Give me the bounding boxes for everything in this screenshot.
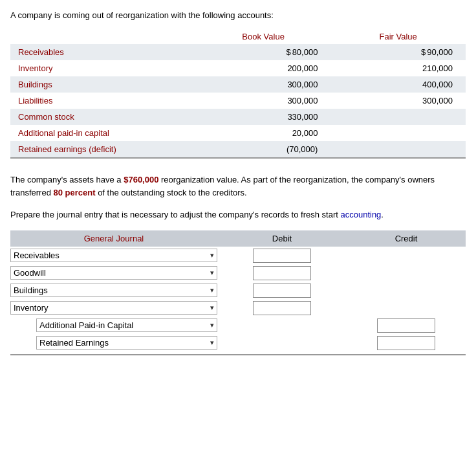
prepare-text: Prepare the journal entry that is necess… xyxy=(10,208,466,221)
chevron-down-icon: ▾ xyxy=(208,321,217,329)
accounts-cell-fair: 300,000 xyxy=(330,93,466,109)
accounts-cell-label: Retained earnings (deficit) xyxy=(10,141,196,158)
prepare-highlight: accounting xyxy=(340,210,381,219)
accounts-cell-label: Common stock xyxy=(10,109,196,125)
credit-input[interactable] xyxy=(377,336,435,350)
journal-header-debit: Debit xyxy=(217,230,347,247)
accounts-cell-label: Receivables xyxy=(10,44,196,60)
journal-row: ReceivablesGoodwillBuildingsInventoryAdd… xyxy=(10,247,466,264)
journal-account-cell: ReceivablesGoodwillBuildingsInventoryAdd… xyxy=(10,299,217,317)
accounts-cell-fair: 210,000 xyxy=(330,60,466,76)
accounts-row: Buildings300,000400,000 xyxy=(10,76,466,93)
account-select[interactable]: ReceivablesGoodwillBuildingsInventoryAdd… xyxy=(37,337,208,349)
accounts-header-fair: Fair Value xyxy=(330,29,466,44)
debit-input[interactable] xyxy=(253,266,311,280)
accounts-cell-fair xyxy=(330,141,466,158)
accounts-cell-fair xyxy=(330,109,466,125)
account-select-wrapper: ReceivablesGoodwillBuildingsInventoryAdd… xyxy=(36,318,217,332)
chevron-down-icon: ▾ xyxy=(208,286,217,295)
journal-debit-cell xyxy=(217,317,347,334)
chevron-down-icon: ▾ xyxy=(208,269,217,277)
account-select-wrapper: ReceivablesGoodwillBuildingsInventoryAdd… xyxy=(10,266,217,280)
prepare-before: Prepare the journal entry that is necess… xyxy=(10,210,338,219)
journal-credit-cell xyxy=(347,264,466,282)
debit-input[interactable] xyxy=(253,301,311,315)
journal-row: ReceivablesGoodwillBuildingsInventoryAdd… xyxy=(10,299,466,317)
account-select[interactable]: ReceivablesGoodwillBuildingsInventoryAdd… xyxy=(11,267,208,279)
account-select[interactable]: ReceivablesGoodwillBuildingsInventoryAdd… xyxy=(11,302,208,314)
intro-text: A company is coming out of reorganizatio… xyxy=(10,10,466,20)
accounts-row: Additional paid-in capital20,000 xyxy=(10,125,466,141)
account-select-wrapper: ReceivablesGoodwillBuildingsInventoryAdd… xyxy=(10,249,217,262)
debit-input[interactable] xyxy=(253,249,311,263)
journal-debit-cell xyxy=(217,334,347,351)
account-select-wrapper: ReceivablesGoodwillBuildingsInventoryAdd… xyxy=(10,301,217,315)
accounts-cell-book: (70,000) xyxy=(196,141,331,158)
journal-credit-cell xyxy=(347,317,466,334)
desc-after2: of the outstanding stock to the creditor… xyxy=(96,188,247,197)
desc-before: The company's assets have a xyxy=(10,175,124,184)
journal-debit-cell xyxy=(217,299,347,317)
accounts-row: Liabilities300,000300,000 xyxy=(10,93,466,109)
journal-account-cell: ReceivablesGoodwillBuildingsInventoryAdd… xyxy=(10,247,217,264)
journal-account-cell: ReceivablesGoodwillBuildingsInventoryAdd… xyxy=(10,317,217,334)
accounts-row: Receivables$80,000$90,000 xyxy=(10,44,466,60)
accounts-cell-label: Buildings xyxy=(10,76,196,93)
journal-row: ReceivablesGoodwillBuildingsInventoryAdd… xyxy=(10,264,466,282)
accounts-cell-book: 300,000 xyxy=(196,93,331,109)
account-select-wrapper: ReceivablesGoodwillBuildingsInventoryAdd… xyxy=(10,284,217,297)
accounts-cell-fair: $90,000 xyxy=(330,44,466,60)
account-select[interactable]: ReceivablesGoodwillBuildingsInventoryAdd… xyxy=(11,249,208,262)
accounts-cell-book: 20,000 xyxy=(196,125,331,141)
journal-debit-cell xyxy=(217,282,347,299)
journal-header-account: General Journal xyxy=(10,230,217,247)
chevron-down-icon: ▾ xyxy=(208,251,217,260)
journal-header-credit: Credit xyxy=(347,230,466,247)
prepare-after: . xyxy=(381,210,384,219)
account-select[interactable]: ReceivablesGoodwillBuildingsInventoryAdd… xyxy=(11,284,208,296)
accounts-cell-book: 330,000 xyxy=(196,109,331,125)
journal-credit-cell xyxy=(347,282,466,299)
journal-account-cell: ReceivablesGoodwillBuildingsInventoryAdd… xyxy=(10,334,217,351)
desc-highlight1: $760,000 xyxy=(124,175,158,184)
journal-bottom-border xyxy=(10,354,466,355)
journal-debit-cell xyxy=(217,247,347,264)
accounts-cell-book: 300,000 xyxy=(196,76,331,93)
accounts-header-label xyxy=(10,29,196,44)
chevron-down-icon: ▾ xyxy=(208,339,217,347)
accounts-cell-fair: 400,000 xyxy=(330,76,466,93)
journal-row: ReceivablesGoodwillBuildingsInventoryAdd… xyxy=(10,317,466,334)
accounts-table-footer xyxy=(10,158,466,162)
description-text: The company's assets have a $760,000 reo… xyxy=(10,173,466,199)
journal-table: General Journal Debit Credit Receivables… xyxy=(10,230,466,351)
journal-account-cell: ReceivablesGoodwillBuildingsInventoryAdd… xyxy=(10,282,217,299)
accounts-cell-label: Inventory xyxy=(10,60,196,76)
account-select[interactable]: ReceivablesGoodwillBuildingsInventoryAdd… xyxy=(37,319,208,331)
desc-highlight2: 80 percent xyxy=(53,188,95,197)
accounts-cell-label: Liabilities xyxy=(10,93,196,109)
journal-credit-cell xyxy=(347,299,466,317)
credit-input[interactable] xyxy=(377,318,435,333)
journal-row: ReceivablesGoodwillBuildingsInventoryAdd… xyxy=(10,334,466,351)
journal-row: ReceivablesGoodwillBuildingsInventoryAdd… xyxy=(10,282,466,299)
account-select-wrapper: ReceivablesGoodwillBuildingsInventoryAdd… xyxy=(36,336,217,350)
accounts-row: Common stock330,000 xyxy=(10,109,466,125)
accounts-header-book: Book Value xyxy=(196,29,331,44)
journal-account-cell: ReceivablesGoodwillBuildingsInventoryAdd… xyxy=(10,264,217,282)
debit-input[interactable] xyxy=(253,284,311,298)
accounts-table: Book Value Fair Value Receivables$80,000… xyxy=(10,29,466,162)
accounts-row: Retained earnings (deficit)(70,000) xyxy=(10,141,466,158)
accounts-cell-book: $80,000 xyxy=(196,44,331,60)
accounts-row: Inventory200,000210,000 xyxy=(10,60,466,76)
journal-credit-cell xyxy=(347,334,466,351)
accounts-cell-label: Additional paid-in capital xyxy=(10,125,196,141)
chevron-down-icon: ▾ xyxy=(208,304,217,312)
accounts-cell-fair xyxy=(330,125,466,141)
journal-credit-cell xyxy=(347,247,466,264)
accounts-cell-book: 200,000 xyxy=(196,60,331,76)
journal-debit-cell xyxy=(217,264,347,282)
